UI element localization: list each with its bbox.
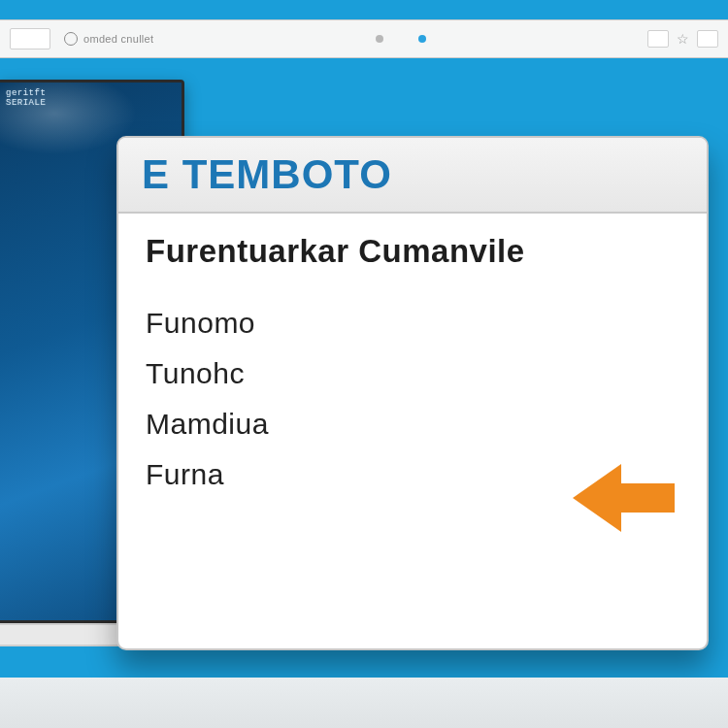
list-item[interactable]: Tunohc bbox=[146, 357, 679, 390]
desktop-watermark: geritft SERIALE bbox=[6, 88, 46, 108]
status-dot-blue-icon bbox=[418, 35, 426, 43]
dialog-subtitle: Furentuarkar Cumanvile bbox=[146, 233, 679, 270]
list-item[interactable]: Funomo bbox=[146, 307, 679, 340]
bookmark-star-icon[interactable]: ☆ bbox=[677, 31, 689, 47]
list-item[interactable]: Mamdiua bbox=[146, 408, 679, 441]
reload-icon[interactable] bbox=[64, 32, 78, 46]
nav-buttons-stub[interactable] bbox=[10, 28, 50, 50]
browser-toolbar: omded cnullet ☆ bbox=[0, 19, 728, 58]
dialog-titlebar: E TEMBOTO bbox=[118, 138, 707, 214]
dialog-title: E TEMBOTO bbox=[142, 151, 392, 198]
address-bar[interactable]: omded cnullet bbox=[64, 32, 153, 46]
status-dot-grey-icon bbox=[376, 35, 383, 43]
pointer-arrow-icon bbox=[573, 464, 679, 532]
toolbar-button[interactable] bbox=[647, 30, 669, 48]
ground-strip bbox=[0, 678, 728, 728]
address-text: omded cnullet bbox=[83, 33, 153, 45]
toolbar-button[interactable] bbox=[697, 30, 718, 48]
dialog-window: E TEMBOTO Furentuarkar Cumanvile Funomo … bbox=[116, 136, 709, 650]
